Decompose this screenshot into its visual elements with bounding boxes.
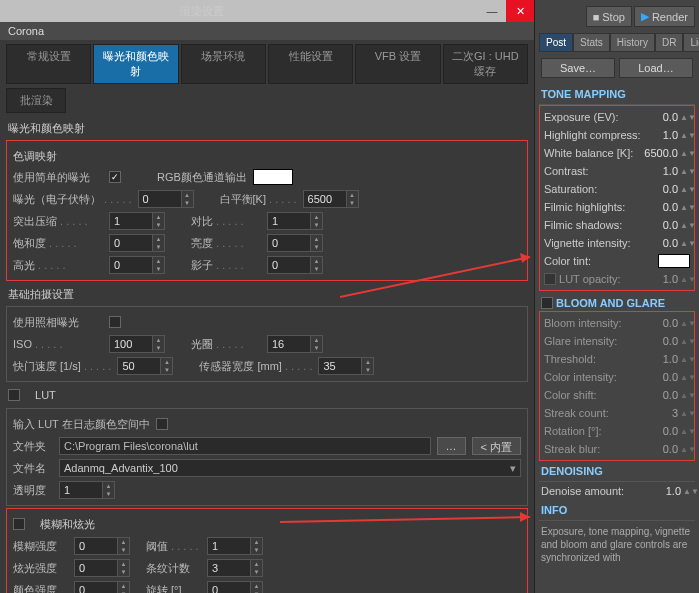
tab-stats[interactable]: Stats bbox=[573, 33, 610, 52]
bloom-i-spinner[interactable]: 0▲▼ bbox=[74, 537, 130, 555]
tab-tone[interactable]: 曝光和颜色映射 bbox=[93, 44, 178, 84]
r-cs-val[interactable]: 0.0 bbox=[642, 389, 680, 401]
info-text: Exposure, tone mapping, vignette and blo… bbox=[539, 521, 695, 568]
spinner-icon[interactable]: ▲▼ bbox=[680, 241, 690, 246]
render-button[interactable]: ▶Render bbox=[634, 6, 695, 27]
tab-history[interactable]: History bbox=[610, 33, 655, 52]
r-bloom-check[interactable] bbox=[541, 297, 553, 309]
spinner-icon[interactable]: ▲▼ bbox=[680, 411, 690, 416]
spinner-icon[interactable]: ▲▼ bbox=[680, 223, 690, 228]
close-button[interactable]: ✕ bbox=[506, 0, 534, 22]
tab-perf[interactable]: 性能设置 bbox=[268, 44, 353, 84]
tone-subhead: 色调映射 bbox=[13, 145, 521, 166]
r-bi-val[interactable]: 0.0 bbox=[642, 317, 680, 329]
r-contrast-val[interactable]: 1.0 bbox=[642, 165, 680, 177]
tab-general[interactable]: 常规设置 bbox=[6, 44, 91, 84]
r-fhi-val[interactable]: 0.0 bbox=[642, 201, 680, 213]
r-fsh-label: Filmic shadows: bbox=[544, 219, 642, 231]
r-sat-val[interactable]: 0.0 bbox=[642, 183, 680, 195]
spinner-icon[interactable]: ▲▼ bbox=[680, 277, 690, 282]
rot-spinner[interactable]: 0▲▼ bbox=[207, 581, 263, 593]
wb-spinner[interactable]: 6500▲▼ bbox=[303, 190, 359, 208]
spinner-icon[interactable]: ▲▼ bbox=[680, 429, 690, 434]
r-sb-val[interactable]: 0.0 bbox=[642, 443, 680, 455]
lut-opacity-label: 透明度 bbox=[13, 483, 53, 498]
spinner-icon[interactable]: ▲▼ bbox=[680, 205, 690, 210]
r-lut-val[interactable]: 1.0 bbox=[642, 273, 680, 285]
bloom-check[interactable] bbox=[13, 518, 25, 530]
lut-check[interactable] bbox=[8, 389, 20, 401]
spinner-icon[interactable]: ▲▼ bbox=[680, 115, 690, 120]
shadow-spinner[interactable]: 0▲▼ bbox=[267, 256, 323, 274]
stop-button[interactable]: ■Stop bbox=[586, 6, 632, 27]
r-lut-check[interactable] bbox=[544, 273, 556, 285]
tab-lightmix[interactable]: LightMix bbox=[683, 33, 699, 52]
r-hcomp-val[interactable]: 1.0 bbox=[642, 129, 680, 141]
contrast-spinner[interactable]: 1▲▼ bbox=[267, 212, 323, 230]
glare-i-spinner[interactable]: 0▲▼ bbox=[74, 559, 130, 577]
r-ci-label: Color intensity: bbox=[544, 371, 642, 383]
r-vig-label: Vignette intensity: bbox=[544, 237, 642, 249]
lut-opacity-spinner[interactable]: 1▲▼ bbox=[59, 481, 115, 499]
spinner-icon[interactable]: ▲▼ bbox=[683, 489, 693, 494]
use-photo-check[interactable] bbox=[109, 316, 121, 328]
r-den-val[interactable]: 1.0 bbox=[645, 485, 683, 497]
spinner-icon[interactable]: ▲▼ bbox=[680, 447, 690, 452]
spinner-icon[interactable]: ▲▼ bbox=[680, 339, 690, 344]
lut-name-combo[interactable]: Adanmq_Advantix_100▾ bbox=[59, 459, 521, 477]
r-fsh-val[interactable]: 0.0 bbox=[642, 219, 680, 231]
bright-spinner[interactable]: 0▲▼ bbox=[267, 234, 323, 252]
rollout-header[interactable]: Corona bbox=[0, 22, 534, 40]
tab-dr[interactable]: DR bbox=[655, 33, 683, 52]
r-rot-val[interactable]: 0.0 bbox=[642, 425, 680, 437]
shutter-spinner[interactable]: 50▲▼ bbox=[117, 357, 173, 375]
lut-input-check[interactable] bbox=[156, 418, 168, 430]
compress-spinner[interactable]: 1▲▼ bbox=[109, 212, 165, 230]
denoise-head: DENOISING bbox=[539, 461, 695, 482]
r-th-label: Threshold: bbox=[544, 353, 642, 365]
save-button[interactable]: Save… bbox=[541, 58, 615, 78]
r-exposure-val[interactable]: 0.0 bbox=[642, 111, 680, 123]
tab-vfb[interactable]: VFB 设置 bbox=[355, 44, 440, 84]
tab-gi[interactable]: 二次GI : UHD缓存 bbox=[443, 44, 528, 84]
r-tint-swatch[interactable] bbox=[658, 254, 690, 268]
svg-line-2 bbox=[280, 517, 530, 522]
r-th-val[interactable]: 1.0 bbox=[642, 353, 680, 365]
thresh-spinner[interactable]: 1▲▼ bbox=[207, 537, 263, 555]
color-i-spinner[interactable]: 0▲▼ bbox=[74, 581, 130, 593]
exposure-spinner[interactable]: 0▲▼ bbox=[138, 190, 194, 208]
tab-scene[interactable]: 场景环境 bbox=[181, 44, 266, 84]
spinner-icon[interactable]: ▲▼ bbox=[680, 133, 690, 138]
r-sc-val[interactable]: 3 bbox=[642, 407, 680, 419]
spinner-icon[interactable]: ▲▼ bbox=[680, 187, 690, 192]
spinner-icon[interactable]: ▲▼ bbox=[680, 375, 690, 380]
r-wb-val[interactable]: 6500.0 bbox=[642, 147, 680, 159]
subtab-batch[interactable]: 批渲染 bbox=[6, 88, 66, 113]
simple-exposure-check[interactable] bbox=[109, 171, 121, 183]
svg-marker-3 bbox=[520, 512, 530, 522]
rgb-swatch[interactable] bbox=[253, 169, 293, 185]
sensor-spinner[interactable]: 35▲▼ bbox=[318, 357, 374, 375]
fstop-spinner[interactable]: 16▲▼ bbox=[267, 335, 323, 353]
r-vig-val[interactable]: 0.0 bbox=[642, 237, 680, 249]
highlight-label: 高光 bbox=[13, 258, 103, 273]
sat-spinner[interactable]: 0▲▼ bbox=[109, 234, 165, 252]
spinner-icon[interactable]: ▲▼ bbox=[680, 393, 690, 398]
bright-label: 亮度 bbox=[191, 236, 261, 251]
r-gi-val[interactable]: 0.0 bbox=[642, 335, 680, 347]
iso-spinner[interactable]: 100▲▼ bbox=[109, 335, 165, 353]
spinner-icon[interactable]: ▲▼ bbox=[680, 169, 690, 174]
spinner-icon[interactable]: ▲▼ bbox=[680, 321, 690, 326]
spinner-icon[interactable]: ▲▼ bbox=[680, 357, 690, 362]
spinner-icon[interactable]: ▲▼ bbox=[680, 151, 690, 156]
highlight-spinner[interactable]: 0▲▼ bbox=[109, 256, 165, 274]
bloom-i-label: 模糊强度 bbox=[13, 539, 68, 554]
lut-browse-button[interactable]: … bbox=[437, 437, 466, 455]
load-button[interactable]: Load… bbox=[619, 58, 693, 78]
lut-path-field[interactable]: C:\Program Files\corona\lut bbox=[59, 437, 431, 455]
minimize-button[interactable]: — bbox=[478, 0, 506, 22]
r-ci-val[interactable]: 0.0 bbox=[642, 371, 680, 383]
lut-home-button[interactable]: < 内置 bbox=[472, 437, 521, 455]
tab-post[interactable]: Post bbox=[539, 33, 573, 52]
streak-spinner[interactable]: 3▲▼ bbox=[207, 559, 263, 577]
